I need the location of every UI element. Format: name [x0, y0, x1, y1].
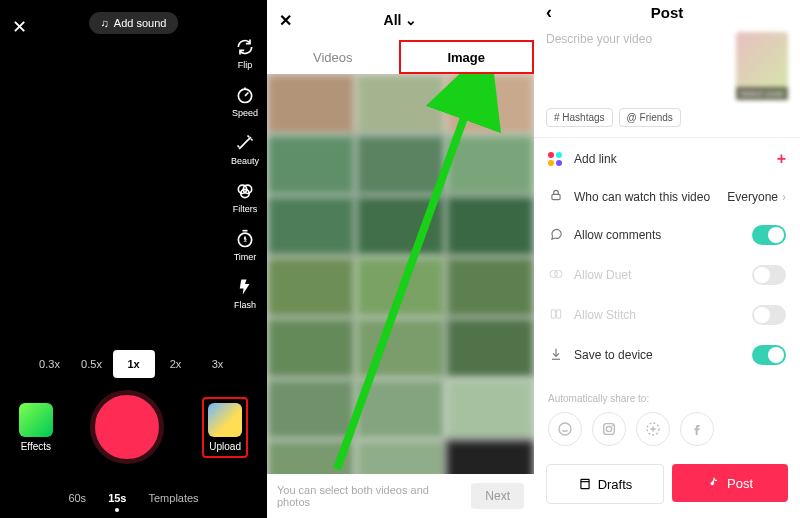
music-note-icon: ♫: [101, 17, 109, 29]
plus-icon: +: [777, 150, 786, 168]
svg-point-9: [555, 270, 562, 277]
media-thumb[interactable]: [446, 135, 534, 195]
add-sound-button[interactable]: ♫ Add sound: [89, 12, 179, 34]
close-icon[interactable]: ✕: [12, 18, 27, 36]
svg-rect-7: [552, 194, 560, 199]
page-title: Post: [651, 4, 684, 21]
flip-tool[interactable]: Flip: [234, 36, 256, 70]
facebook-icon[interactable]: [680, 412, 714, 446]
gallery-header: ✕ All ⌄: [267, 0, 534, 40]
beauty-icon: [234, 132, 256, 154]
zoom-0-3x[interactable]: 0.3x: [29, 350, 71, 378]
media-thumb[interactable]: [446, 196, 534, 256]
save-row: Save to device: [534, 335, 800, 375]
select-cover-button[interactable]: Select cover: [736, 32, 788, 100]
media-thumb[interactable]: [446, 74, 534, 134]
media-thumb[interactable]: [356, 196, 444, 256]
gallery-tabs: Videos Image: [267, 40, 534, 74]
comments-toggle[interactable]: [752, 225, 786, 245]
media-thumb[interactable]: [446, 379, 534, 439]
mode-templates[interactable]: Templates: [148, 492, 198, 504]
post-header: ‹ Post: [534, 0, 800, 24]
post-button[interactable]: Post: [672, 464, 788, 502]
svg-rect-11: [557, 309, 561, 317]
media-thumb[interactable]: [446, 257, 534, 317]
zoom-0-5x[interactable]: 0.5x: [71, 350, 113, 378]
duet-row: Allow Duet: [534, 255, 800, 295]
post-icon: [707, 476, 721, 490]
select-cover-label: Select cover: [736, 87, 788, 100]
zoom-selector: 0.3x 0.5x 1x 2x 3x: [0, 350, 267, 378]
album-dropdown[interactable]: All ⌄: [384, 12, 418, 28]
next-button[interactable]: Next: [471, 483, 524, 509]
flip-icon: [234, 36, 256, 58]
media-thumb[interactable]: [267, 196, 355, 256]
media-thumb[interactable]: [267, 318, 355, 378]
media-thumb[interactable]: [356, 440, 444, 474]
lock-icon: [548, 188, 564, 205]
chevron-right-icon: ›: [782, 190, 786, 204]
svg-rect-10: [551, 309, 555, 317]
record-button[interactable]: [90, 390, 164, 464]
svg-point-12: [559, 423, 571, 435]
post-screen: ‹ Post Describe your video Select cover …: [534, 0, 800, 518]
zoom-2x[interactable]: 2x: [155, 350, 197, 378]
friends-chip[interactable]: @ Friends: [619, 108, 681, 127]
stories-icon[interactable]: [636, 412, 670, 446]
auto-share-label: Automatically share to:: [534, 393, 800, 404]
description-input[interactable]: Describe your video: [546, 32, 728, 100]
drafts-button[interactable]: Drafts: [546, 464, 664, 504]
media-thumb[interactable]: [267, 74, 355, 134]
whatsapp-icon[interactable]: [548, 412, 582, 446]
mode-15s[interactable]: 15s: [108, 492, 126, 504]
side-toolbar: Flip Speed Beauty Filters: [231, 36, 259, 310]
filters-tool[interactable]: Filters: [233, 180, 258, 214]
media-thumb[interactable]: [446, 440, 534, 474]
footer-hint: You can select both videos and photos: [277, 484, 463, 508]
mode-60s[interactable]: 60s: [68, 492, 86, 504]
zoom-3x[interactable]: 3x: [197, 350, 239, 378]
tab-image[interactable]: Image: [399, 40, 535, 74]
add-link-icon: [548, 152, 564, 166]
flash-icon: [234, 276, 256, 298]
save-toggle[interactable]: [752, 345, 786, 365]
download-icon: [548, 347, 564, 364]
media-thumb[interactable]: [267, 379, 355, 439]
gallery-footer: You can select both videos and photos Ne…: [267, 474, 534, 518]
chip-row: # Hashtags @ Friends: [534, 108, 800, 137]
add-link-row[interactable]: Add link +: [534, 140, 800, 178]
tab-videos[interactable]: Videos: [267, 40, 399, 74]
flash-tool[interactable]: Flash: [234, 276, 256, 310]
media-thumb[interactable]: [267, 440, 355, 474]
timer-tool[interactable]: 3 Timer: [234, 228, 257, 262]
add-sound-label: Add sound: [114, 17, 167, 29]
divider: [534, 137, 800, 138]
media-thumb[interactable]: [356, 257, 444, 317]
effects-button[interactable]: Effects: [19, 403, 53, 452]
media-thumb[interactable]: [267, 135, 355, 195]
media-thumb[interactable]: [356, 74, 444, 134]
back-icon[interactable]: ‹: [546, 2, 552, 23]
speed-tool[interactable]: Speed: [232, 84, 258, 118]
share-row: [534, 404, 800, 454]
svg-text:3: 3: [243, 237, 246, 243]
instagram-icon[interactable]: [592, 412, 626, 446]
zoom-1x[interactable]: 1x: [113, 350, 155, 378]
privacy-row[interactable]: Who can watch this video Everyone ›: [534, 178, 800, 215]
media-thumb[interactable]: [267, 257, 355, 317]
stitch-icon: [548, 307, 564, 324]
description-area: Describe your video Select cover: [534, 24, 800, 108]
gallery-screen: ✕ All ⌄ Videos Image: [267, 0, 534, 518]
timer-icon: 3: [234, 228, 256, 250]
comment-icon: [548, 227, 564, 244]
media-thumb[interactable]: [356, 318, 444, 378]
media-thumb[interactable]: [356, 135, 444, 195]
close-icon[interactable]: ✕: [279, 11, 292, 30]
privacy-value: Everyone ›: [727, 190, 786, 204]
media-thumb[interactable]: [446, 318, 534, 378]
hashtags-chip[interactable]: # Hashtags: [546, 108, 613, 127]
beauty-tool[interactable]: Beauty: [231, 132, 259, 166]
media-thumb[interactable]: [356, 379, 444, 439]
duet-icon: [548, 267, 564, 284]
upload-button[interactable]: Upload: [208, 403, 242, 452]
